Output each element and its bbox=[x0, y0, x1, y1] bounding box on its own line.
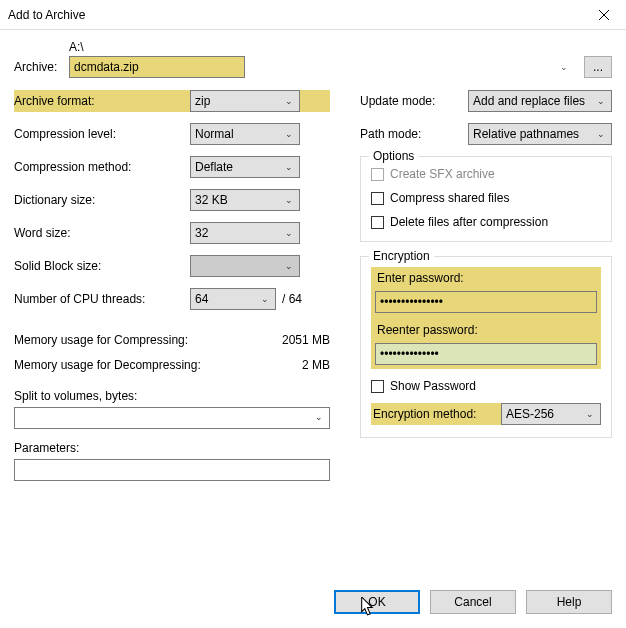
chevron-down-icon: ⌄ bbox=[285, 162, 293, 172]
chevron-down-icon: ⌄ bbox=[597, 129, 605, 139]
show-password-checkbox[interactable] bbox=[371, 380, 384, 393]
password-input[interactable] bbox=[375, 291, 597, 313]
reenter-pw-label: Reenter password: bbox=[375, 321, 597, 339]
window-title: Add to Archive bbox=[8, 8, 581, 22]
encryption-legend: Encryption bbox=[369, 249, 434, 263]
chevron-down-icon: ⌄ bbox=[597, 96, 605, 106]
chevron-down-icon: ⌄ bbox=[285, 228, 293, 238]
word-label: Word size: bbox=[14, 226, 190, 240]
chevron-down-icon: ⌄ bbox=[560, 62, 568, 72]
pathmode-combo[interactable]: Relative pathnames⌄ bbox=[468, 123, 612, 145]
cpu-total: / 64 bbox=[282, 292, 302, 306]
show-password-label: Show Password bbox=[390, 379, 476, 393]
format-label: Archive format: bbox=[14, 94, 190, 108]
cpu-combo[interactable]: 64⌄ bbox=[190, 288, 276, 310]
archive-filename-input[interactable] bbox=[69, 56, 245, 78]
format-combo[interactable]: zip⌄ bbox=[190, 90, 300, 112]
update-combo[interactable]: Add and replace files⌄ bbox=[468, 90, 612, 112]
pathmode-label: Path mode: bbox=[360, 127, 468, 141]
chevron-down-icon: ⌄ bbox=[285, 261, 293, 271]
chevron-down-icon: ⌄ bbox=[315, 412, 323, 422]
split-combo[interactable]: ⌄ bbox=[14, 407, 330, 429]
level-combo[interactable]: Normal⌄ bbox=[190, 123, 300, 145]
reenter-password-input[interactable] bbox=[375, 343, 597, 365]
sfx-checkbox bbox=[371, 168, 384, 181]
options-group: Options Create SFX archive Compress shar… bbox=[360, 156, 612, 242]
chevron-down-icon: ⌄ bbox=[285, 129, 293, 139]
enc-method-label: Encryption method: bbox=[371, 405, 501, 423]
chevron-down-icon: ⌄ bbox=[285, 195, 293, 205]
mem-comp-value: 2051 MB bbox=[270, 333, 330, 347]
chevron-down-icon: ⌄ bbox=[586, 409, 594, 419]
sfx-label: Create SFX archive bbox=[390, 167, 495, 181]
params-label: Parameters: bbox=[14, 441, 330, 455]
browse-button[interactable]: ... bbox=[584, 56, 612, 78]
method-label: Compression method: bbox=[14, 160, 190, 174]
chevron-down-icon: ⌄ bbox=[285, 96, 293, 106]
help-button[interactable]: Help bbox=[526, 590, 612, 614]
shared-checkbox[interactable] bbox=[371, 192, 384, 205]
mem-comp-label: Memory usage for Compressing: bbox=[14, 333, 270, 347]
level-label: Compression level: bbox=[14, 127, 190, 141]
close-icon bbox=[599, 10, 609, 20]
update-label: Update mode: bbox=[360, 94, 468, 108]
title-bar: Add to Archive bbox=[0, 0, 626, 30]
ok-button[interactable]: OK bbox=[334, 590, 420, 614]
enter-pw-label: Enter password: bbox=[375, 269, 597, 287]
solid-label: Solid Block size: bbox=[14, 259, 190, 273]
enc-method-combo[interactable]: AES-256⌄ bbox=[501, 403, 601, 425]
archive-path-label: A:\ bbox=[69, 40, 612, 54]
mem-decomp-label: Memory usage for Decompressing: bbox=[14, 358, 270, 372]
delete-label: Delete files after compression bbox=[390, 215, 548, 229]
params-input[interactable] bbox=[14, 459, 330, 481]
options-legend: Options bbox=[369, 149, 418, 163]
archive-label: Archive: bbox=[14, 60, 69, 74]
method-combo[interactable]: Deflate⌄ bbox=[190, 156, 300, 178]
mem-decomp-value: 2 MB bbox=[270, 358, 330, 372]
close-button[interactable] bbox=[581, 0, 626, 30]
word-combo[interactable]: 32⌄ bbox=[190, 222, 300, 244]
solid-combo: ⌄ bbox=[190, 255, 300, 277]
split-label: Split to volumes, bytes: bbox=[14, 389, 330, 403]
cpu-label: Number of CPU threads: bbox=[14, 292, 190, 306]
button-bar: OK Cancel Help bbox=[334, 590, 612, 614]
dict-combo[interactable]: 32 KB⌄ bbox=[190, 189, 300, 211]
encryption-group: Encryption Enter password: Reenter passw… bbox=[360, 256, 612, 438]
shared-label: Compress shared files bbox=[390, 191, 509, 205]
cancel-button[interactable]: Cancel bbox=[430, 590, 516, 614]
chevron-down-icon: ⌄ bbox=[261, 294, 269, 304]
dict-label: Dictionary size: bbox=[14, 193, 190, 207]
delete-checkbox[interactable] bbox=[371, 216, 384, 229]
